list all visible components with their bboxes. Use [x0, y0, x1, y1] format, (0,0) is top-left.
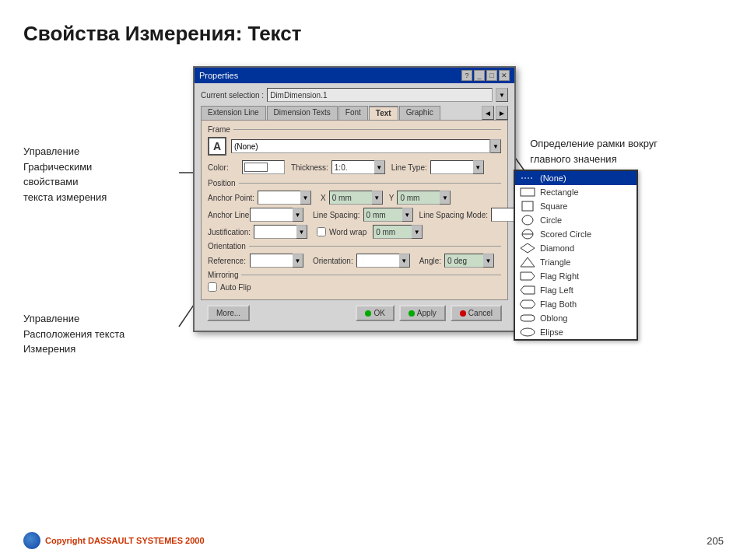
anchor-line-label: Anchor Line:	[208, 211, 247, 219]
frame-item-circle[interactable]: Circle	[515, 213, 637, 227]
frame-item-flag-left[interactable]: Flag Left	[515, 283, 637, 297]
svg-rect-6	[522, 201, 533, 211]
frame-item-flag-both[interactable]: Flag Both	[515, 297, 637, 311]
anchor-line-dropdown-btn[interactable]: ▼	[293, 208, 303, 222]
word-wrap-value-dropdown-btn[interactable]: ▼	[412, 225, 423, 239]
anchor-point-label: Anchor Point:	[208, 194, 254, 202]
anchor-point-dropdown-btn[interactable]: ▼	[300, 191, 311, 205]
angle-input[interactable]	[444, 254, 483, 268]
anchor-point-input[interactable]	[258, 191, 300, 205]
tab-next-button[interactable]: ►	[496, 106, 508, 120]
x-dropdown-btn[interactable]: ▼	[372, 191, 383, 205]
justification-input[interactable]	[254, 225, 296, 239]
reference-dropdown-btn[interactable]: ▼	[293, 254, 303, 268]
page-footer: Copyright DASSAULT SYSTEMES 2000 205	[0, 532, 747, 549]
angle-dropdown-btn[interactable]: ▼	[483, 254, 494, 268]
frame-item-scored-circle-label: Scored Circle	[540, 229, 591, 239]
frame-item-flag-right-label: Flag Right	[540, 271, 579, 281]
svg-marker-10	[521, 243, 535, 253]
x-input[interactable]	[329, 191, 372, 205]
frame-shape-flag-left-icon	[520, 285, 535, 296]
y-dropdown: ▼	[397, 191, 451, 205]
close-button[interactable]: ✕	[499, 70, 510, 81]
apply-button[interactable]: Apply	[399, 305, 446, 321]
frame-item-triangle[interactable]: Triangle	[515, 255, 637, 269]
ok-button[interactable]: OK	[356, 305, 394, 321]
frame-shape-diamond-icon	[520, 243, 535, 254]
frame-shape-dropdown[interactable]: (None) Rectangle Square Circle	[514, 170, 638, 341]
frame-item-square[interactable]: Square	[515, 199, 637, 213]
justification-dropdown: ▼	[254, 225, 307, 239]
font-a-icon[interactable]: A	[208, 137, 226, 156]
linetype-input[interactable]	[430, 160, 473, 174]
tab-font[interactable]: Font	[338, 106, 368, 120]
color-input[interactable]	[242, 160, 285, 174]
cancel-button[interactable]: Cancel	[451, 305, 502, 321]
current-selection-dropdown[interactable]: ▼	[496, 88, 508, 102]
frame-item-rectangle[interactable]: Rectangle	[515, 185, 637, 199]
font-name-input[interactable]	[231, 139, 490, 153]
current-selection-row: Current selection : ▼	[201, 88, 508, 102]
y-label: Y	[389, 194, 395, 202]
frame-item-ellipse[interactable]: Elipse	[515, 325, 637, 339]
reference-input[interactable]	[250, 254, 293, 268]
tab-dimension-texts[interactable]: Dimension Texts	[267, 106, 338, 120]
svg-marker-14	[520, 300, 535, 308]
word-wrap-label: Word wrap	[329, 228, 366, 236]
linetype-dropdown-btn[interactable]: ▼	[473, 160, 484, 174]
help-button[interactable]: ?	[461, 70, 472, 81]
restore-button[interactable]: □	[486, 70, 497, 81]
tab-prev-button[interactable]: ◄	[482, 106, 494, 120]
frame-item-square-label: Square	[540, 201, 567, 211]
tab-graphic[interactable]: Graphic	[399, 106, 440, 120]
annotation-position: Управление Расположения текста Измерения	[23, 311, 124, 357]
svg-rect-15	[521, 315, 535, 321]
auto-flip-row: Auto Flip	[208, 282, 501, 292]
justification-dropdown-btn[interactable]: ▼	[296, 225, 307, 239]
justification-label: Justification:	[208, 228, 251, 236]
thickness-input[interactable]	[331, 160, 374, 174]
thickness-dropdown-btn[interactable]: ▼	[374, 160, 385, 174]
frame-item-none-selected[interactable]: (None)	[515, 171, 637, 185]
frame-item-oblong[interactable]: Oblong	[515, 311, 637, 325]
anchor-point-row: Anchor Point: ▼ X ▼ Y ▼	[208, 191, 501, 205]
tab-text[interactable]: Text	[369, 106, 398, 120]
orientation-value-input[interactable]	[356, 254, 399, 268]
frame-shape-rectangle-icon	[520, 187, 535, 198]
frame-item-rectangle-label: Rectangle	[540, 187, 579, 197]
word-wrap-checkbox[interactable]	[317, 227, 326, 236]
line-spacing-input[interactable]	[363, 208, 402, 222]
font-name-dropdown-btn[interactable]: ▼	[490, 139, 501, 153]
minimize-button[interactable]: _	[474, 70, 485, 81]
tab-extension-line[interactable]: Extension Line	[201, 106, 266, 120]
frame-item-scored-circle[interactable]: Scored Circle	[515, 227, 637, 241]
angle-dropdown: ▼	[444, 254, 494, 268]
linetype-label: Line Type:	[391, 163, 427, 172]
frame-item-diamond-label: Diamond	[540, 243, 574, 253]
orientation-value-dropdown-btn[interactable]: ▼	[399, 254, 410, 268]
auto-flip-checkbox[interactable]	[208, 282, 217, 292]
annotation-frame-definition: Определение рамки вокруг главного значен…	[530, 136, 658, 166]
line-spacing-dropdown-btn[interactable]: ▼	[402, 208, 413, 222]
panel-text: Frame A ▼ Color: Thickness:	[201, 120, 508, 300]
y-input[interactable]	[397, 191, 440, 205]
angle-label: Angle:	[419, 257, 441, 265]
cancel-label: Cancel	[468, 309, 493, 317]
anchor-line-row: Anchor Line: ▼ Line Spacing: ▼ Line Spac…	[208, 208, 501, 222]
word-wrap-value-dropdown: ▼	[373, 225, 423, 239]
frame-item-flag-right[interactable]: Flag Right	[515, 269, 637, 283]
word-wrap-value-input[interactable]	[373, 225, 412, 239]
footer-globe-icon	[23, 532, 40, 549]
frame-item-flag-both-label: Flag Both	[540, 299, 577, 309]
y-dropdown-btn[interactable]: ▼	[440, 191, 451, 205]
current-selection-input[interactable]	[267, 88, 493, 102]
reference-dropdown: ▼	[250, 254, 303, 268]
frame-item-diamond[interactable]: Diamond	[515, 241, 637, 255]
svg-rect-5	[521, 188, 535, 196]
more-button[interactable]: More...	[207, 305, 250, 321]
font-name-dropdown: ▼	[231, 139, 501, 153]
line-spacing-dropdown: ▼	[363, 208, 413, 222]
anchor-line-input[interactable]	[250, 208, 293, 222]
page-title: Свойства Измерения: Текст	[23, 22, 301, 46]
frame-shape-square-icon	[520, 201, 535, 212]
